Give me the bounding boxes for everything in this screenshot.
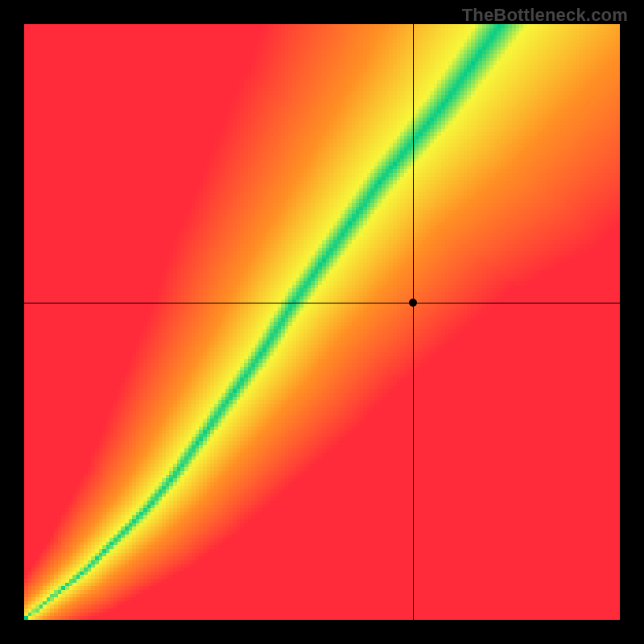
crosshair-horizontal [24, 303, 620, 303]
crosshair-vertical [413, 24, 414, 620]
heatmap-canvas [24, 24, 620, 620]
chart-frame: TheBottleneck.com [0, 0, 644, 644]
watermark-text: TheBottleneck.com [462, 5, 628, 26]
crosshair-marker [409, 299, 417, 307]
